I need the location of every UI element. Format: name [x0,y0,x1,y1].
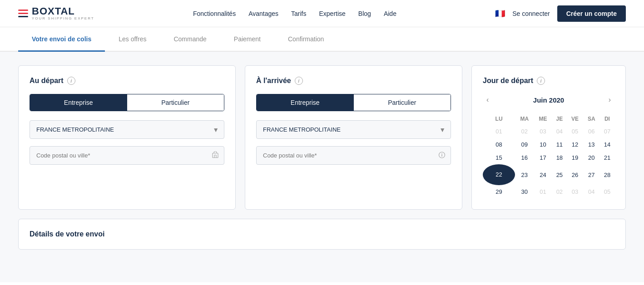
calendar-day-cell[interactable]: 08 [483,138,515,151]
logo-text-block: BOXTAL YOUR SHIPPING EXPERT [32,6,94,20]
calendar-week-4: 29300102030405 [483,185,614,198]
depart-postal-wrapper [30,146,224,165]
calendar-day-cell[interactable]: 17 [534,151,552,164]
calendar-day-cell: 06 [583,125,600,138]
calendar-day-cell[interactable]: 24 [534,164,552,185]
arrivee-entreprise-button[interactable]: Entreprise [257,94,354,111]
arrivee-postal-wrapper [256,146,451,165]
cal-day-je: JE [552,113,567,125]
calendar-day-cell: 01 [534,185,552,198]
calendar-day-cell: 03 [567,185,583,198]
calendar-card: Jour de départ i ‹ Juin 2020 › LU MA ME … [471,65,626,210]
tab-confirmation[interactable]: Confirmation [274,27,337,51]
calendar-day-cell[interactable]: 26 [567,164,583,185]
logo-line-2 [18,13,28,14]
nav-aide[interactable]: Aide [384,10,396,17]
tab-les-offres[interactable]: Les offres [105,27,160,51]
calendar-day-cell[interactable]: 22 [483,164,515,185]
logo-sub: YOUR SHIPPING EXPERT [32,16,94,20]
calendar-week-3: 22232425262728 [483,164,614,185]
tab-commande[interactable]: Commande [160,27,220,51]
calendar-day-cell: 01 [483,125,515,138]
nav-avantages[interactable]: Avantages [248,10,278,17]
calendar-day-cell[interactable]: 13 [583,138,600,151]
info-circle-icon [438,151,446,160]
calendar-day-cell: 07 [600,125,614,138]
calendar-day-cell: 04 [583,185,600,198]
cal-day-ve: VE [567,113,583,125]
create-account-button[interactable]: Créer un compte [557,5,626,22]
arrivee-card: À l'arrivée i Entreprise Particulier FRA… [245,65,462,210]
calendar-day-cell: 02 [515,125,534,138]
cards-row: Au départ i Entreprise Particulier FRANC… [18,65,626,210]
arrivee-postal-input[interactable] [256,146,451,165]
calendar-title-text: Jour de départ [483,77,533,85]
cal-day-sa: SA [583,113,600,125]
logo-name: BOXTAL [32,6,94,16]
calendar-day-cell[interactable]: 27 [583,164,600,185]
calendar-day-cell[interactable]: 28 [600,164,614,185]
main-content: Au départ i Entreprise Particulier FRANC… [0,52,644,282]
calendar-day-cell: 02 [552,185,567,198]
calendar-day-cell[interactable]: 18 [552,151,567,164]
calendar-day-cell[interactable]: 19 [567,151,583,164]
depart-title-text: Au départ [30,77,64,85]
svg-point-3 [441,153,442,154]
depart-info-icon[interactable]: i [67,77,75,85]
calendar-day-cell[interactable]: 29 [483,185,515,198]
depart-toggle-group: Entreprise Particulier [30,94,224,111]
tab-votre-envoi[interactable]: Votre envoi de colis [18,27,105,51]
calendar-body: 0102030405060708091011121314151617181920… [483,125,614,198]
calendar-week-1: 08091011121314 [483,138,614,151]
calendar-prev-button[interactable]: ‹ [483,94,492,106]
header-right: 🇫🇷 Se connecter Créer un compte [495,5,626,22]
nav-tarifs[interactable]: Tarifs [291,10,306,17]
calendar-next-button[interactable]: › [605,94,614,106]
calendar-day-cell[interactable]: 20 [583,151,600,164]
calendar-day-cell[interactable]: 14 [600,138,614,151]
calendar-day-cell[interactable]: 15 [483,151,515,164]
calendar-day-cell[interactable]: 25 [552,164,567,185]
calendar-day-cell[interactable]: 21 [600,151,614,164]
arrivee-toggle-group: Entreprise Particulier [256,94,451,111]
calendar-info-icon[interactable]: i [537,77,545,85]
details-card: Détails de votre envoi [18,219,626,250]
calendar-day-cell[interactable]: 10 [534,138,552,151]
calendar-day-cell[interactable]: 30 [515,185,534,198]
details-title: Détails de votre envoi [30,230,614,238]
language-flag[interactable]: 🇫🇷 [495,9,505,19]
calendar-title: Jour de départ i [483,77,614,85]
depart-particulier-button[interactable]: Particulier [127,94,224,111]
calendar-day-cell[interactable]: 09 [515,138,534,151]
calendar-day-cell: 04 [552,125,567,138]
arrivee-country-select[interactable]: FRANCE METROPOLITAINE [256,120,451,139]
depart-country-select-wrapper: FRANCE METROPOLITAINE ▼ [30,120,224,139]
calendar-week-2: 15161718192021 [483,151,614,164]
calendar-day-cell[interactable]: 11 [552,138,567,151]
depart-entreprise-button[interactable]: Entreprise [30,94,127,111]
nav-blog[interactable]: Blog [358,10,371,17]
cal-day-lu: LU [483,113,515,125]
cal-day-ma: MA [515,113,534,125]
calendar-day-cell[interactable]: 16 [515,151,534,164]
nav-fonctionnalites[interactable]: Fonctionnalités [193,10,236,17]
calendar-week-0: 01020304050607 [483,125,614,138]
login-button[interactable]: Se connecter [512,10,550,17]
depart-title: Au départ i [30,77,224,85]
svg-rect-1 [214,155,216,157]
arrivee-title: À l'arrivée i [256,77,451,85]
cal-day-di: DI [600,113,614,125]
header: BOXTAL YOUR SHIPPING EXPERT Fonctionnali… [0,0,644,27]
calendar-day-cell: 05 [567,125,583,138]
depart-country-select[interactable]: FRANCE METROPOLITAINE [30,120,224,139]
arrivee-country-select-wrapper: FRANCE METROPOLITAINE ▼ [256,120,451,139]
arrivee-info-icon[interactable]: i [295,77,303,85]
logo-line-1 [18,10,28,11]
nav-expertise[interactable]: Expertise [319,10,346,17]
tab-paiement[interactable]: Paiement [220,27,274,51]
calendar-day-cell[interactable]: 23 [515,164,534,185]
depart-postal-input[interactable] [30,146,224,165]
arrivee-particulier-button[interactable]: Particulier [354,94,451,111]
calendar-day-cell[interactable]: 12 [567,138,583,151]
tabs-bar: Votre envoi de colis Les offres Commande… [0,27,644,52]
